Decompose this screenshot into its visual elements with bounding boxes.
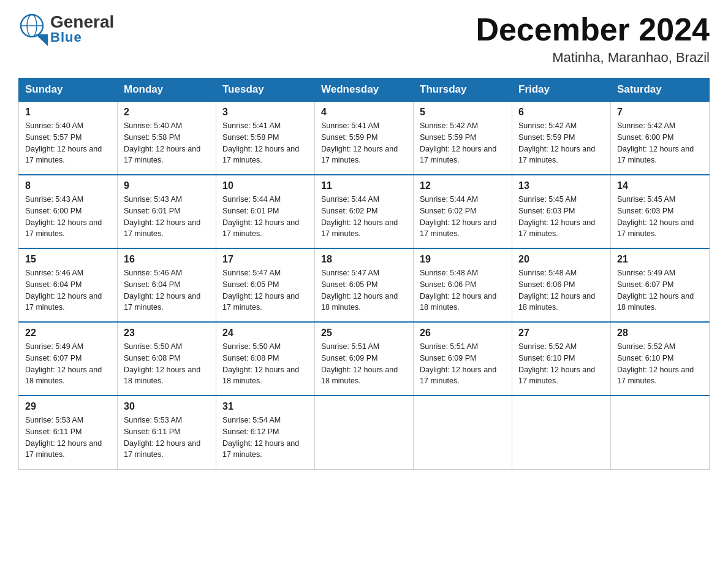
calendar-cell: 27 Sunrise: 5:52 AM Sunset: 6:10 PM Dayl… [512,322,611,396]
day-number: 30 [124,401,210,412]
day-number: 10 [222,180,308,191]
day-number: 6 [518,107,604,118]
calendar-week-5: 29 Sunrise: 5:53 AM Sunset: 6:11 PM Dayl… [19,396,710,469]
day-info: Sunrise: 5:49 AM Sunset: 6:07 PM Dayligh… [25,341,111,387]
day-number: 17 [222,254,308,265]
day-info: Sunrise: 5:48 AM Sunset: 6:06 PM Dayligh… [420,267,506,313]
day-info: Sunrise: 5:45 AM Sunset: 6:03 PM Dayligh… [518,194,604,240]
calendar-cell: 16 Sunrise: 5:46 AM Sunset: 6:04 PM Dayl… [118,248,216,322]
day-info: Sunrise: 5:44 AM Sunset: 6:02 PM Dayligh… [321,194,407,240]
calendar-week-3: 15 Sunrise: 5:46 AM Sunset: 6:04 PM Dayl… [19,248,710,322]
calendar-header: Sunday Monday Tuesday Wednesday Thursday… [19,79,710,102]
calendar-cell: 17 Sunrise: 5:47 AM Sunset: 6:05 PM Dayl… [216,248,315,322]
calendar-week-1: 1 Sunrise: 5:40 AM Sunset: 5:57 PM Dayli… [19,101,710,175]
col-friday: Friday [512,79,611,102]
day-info: Sunrise: 5:52 AM Sunset: 6:10 PM Dayligh… [518,341,604,387]
calendar-cell: 4 Sunrise: 5:41 AM Sunset: 5:59 PM Dayli… [315,101,414,175]
col-thursday: Thursday [414,79,512,102]
calendar-cell: 9 Sunrise: 5:43 AM Sunset: 6:01 PM Dayli… [118,175,216,248]
calendar-cell [611,396,710,469]
day-info: Sunrise: 5:42 AM Sunset: 5:59 PM Dayligh… [420,120,506,166]
calendar-cell: 29 Sunrise: 5:53 AM Sunset: 6:11 PM Dayl… [19,396,118,469]
calendar-cell: 26 Sunrise: 5:51 AM Sunset: 6:09 PM Dayl… [414,322,512,396]
day-info: Sunrise: 5:53 AM Sunset: 6:11 PM Dayligh… [124,415,210,461]
calendar-cell: 20 Sunrise: 5:48 AM Sunset: 6:06 PM Dayl… [512,248,611,322]
day-info: Sunrise: 5:51 AM Sunset: 6:09 PM Dayligh… [420,341,506,387]
month-title: December 2024 [476,12,710,47]
col-sunday: Sunday [19,79,118,102]
day-number: 9 [124,180,210,191]
calendar-cell: 2 Sunrise: 5:40 AM Sunset: 5:58 PM Dayli… [118,101,216,175]
day-number: 31 [222,401,308,412]
day-number: 25 [321,327,407,339]
calendar-cell: 10 Sunrise: 5:44 AM Sunset: 6:01 PM Dayl… [216,175,315,248]
day-number: 12 [420,180,506,191]
col-wednesday: Wednesday [315,79,414,102]
calendar-cell [512,396,611,469]
day-number: 26 [420,327,506,339]
calendar-cell: 14 Sunrise: 5:45 AM Sunset: 6:03 PM Dayl… [611,175,710,248]
day-number: 4 [321,107,407,118]
day-info: Sunrise: 5:43 AM Sunset: 6:00 PM Dayligh… [25,194,111,240]
day-number: 11 [321,180,407,191]
svg-marker-3 [36,34,48,46]
calendar-cell: 11 Sunrise: 5:44 AM Sunset: 6:02 PM Dayl… [315,175,414,248]
col-tuesday: Tuesday [216,79,315,102]
day-info: Sunrise: 5:48 AM Sunset: 6:06 PM Dayligh… [518,267,604,313]
title-block: December 2024 Matinha, Maranhao, Brazil [476,12,710,66]
calendar-cell: 22 Sunrise: 5:49 AM Sunset: 6:07 PM Dayl… [19,322,118,396]
day-number: 8 [25,180,111,191]
day-info: Sunrise: 5:40 AM Sunset: 5:57 PM Dayligh… [25,120,111,166]
header-row: Sunday Monday Tuesday Wednesday Thursday… [19,79,710,102]
calendar-cell: 30 Sunrise: 5:53 AM Sunset: 6:11 PM Dayl… [118,396,216,469]
logo-general: General [50,13,114,31]
day-info: Sunrise: 5:54 AM Sunset: 6:12 PM Dayligh… [222,415,308,461]
calendar-cell: 15 Sunrise: 5:46 AM Sunset: 6:04 PM Dayl… [19,248,118,322]
calendar-week-2: 8 Sunrise: 5:43 AM Sunset: 6:00 PM Dayli… [19,175,710,248]
calendar-cell: 24 Sunrise: 5:50 AM Sunset: 6:08 PM Dayl… [216,322,315,396]
day-number: 13 [518,180,604,191]
col-monday: Monday [118,79,216,102]
calendar-cell: 13 Sunrise: 5:45 AM Sunset: 6:03 PM Dayl… [512,175,611,248]
calendar-week-4: 22 Sunrise: 5:49 AM Sunset: 6:07 PM Dayl… [19,322,710,396]
day-info: Sunrise: 5:49 AM Sunset: 6:07 PM Dayligh… [617,267,703,313]
calendar-cell: 3 Sunrise: 5:41 AM Sunset: 5:58 PM Dayli… [216,101,315,175]
logo-text-block: General Blue [50,13,114,45]
day-number: 3 [222,107,308,118]
day-number: 1 [25,107,111,118]
day-info: Sunrise: 5:47 AM Sunset: 6:05 PM Dayligh… [321,267,407,313]
day-number: 15 [25,254,111,265]
day-number: 14 [617,180,703,191]
calendar-cell [414,396,512,469]
day-number: 28 [617,327,703,339]
day-info: Sunrise: 5:42 AM Sunset: 6:00 PM Dayligh… [617,120,703,166]
day-info: Sunrise: 5:41 AM Sunset: 5:58 PM Dayligh… [222,120,308,166]
calendar-cell: 12 Sunrise: 5:44 AM Sunset: 6:02 PM Dayl… [414,175,512,248]
logo-blue: Blue [50,29,82,45]
calendar-body: 1 Sunrise: 5:40 AM Sunset: 5:57 PM Dayli… [19,101,710,469]
day-number: 2 [124,107,210,118]
logo-icon [18,12,48,46]
calendar-cell: 18 Sunrise: 5:47 AM Sunset: 6:05 PM Dayl… [315,248,414,322]
day-number: 27 [518,327,604,339]
calendar-cell: 5 Sunrise: 5:42 AM Sunset: 5:59 PM Dayli… [414,101,512,175]
day-info: Sunrise: 5:41 AM Sunset: 5:59 PM Dayligh… [321,120,407,166]
day-number: 22 [25,327,111,339]
day-number: 5 [420,107,506,118]
day-info: Sunrise: 5:44 AM Sunset: 6:02 PM Dayligh… [420,194,506,240]
calendar-cell: 28 Sunrise: 5:52 AM Sunset: 6:10 PM Dayl… [611,322,710,396]
calendar-cell: 23 Sunrise: 5:50 AM Sunset: 6:08 PM Dayl… [118,322,216,396]
calendar-cell: 8 Sunrise: 5:43 AM Sunset: 6:00 PM Dayli… [19,175,118,248]
calendar-cell: 31 Sunrise: 5:54 AM Sunset: 6:12 PM Dayl… [216,396,315,469]
day-info: Sunrise: 5:40 AM Sunset: 5:58 PM Dayligh… [124,120,210,166]
day-info: Sunrise: 5:44 AM Sunset: 6:01 PM Dayligh… [222,194,308,240]
calendar-cell: 19 Sunrise: 5:48 AM Sunset: 6:06 PM Dayl… [414,248,512,322]
calendar-table: Sunday Monday Tuesday Wednesday Thursday… [18,78,710,470]
day-info: Sunrise: 5:42 AM Sunset: 5:59 PM Dayligh… [518,120,604,166]
day-info: Sunrise: 5:46 AM Sunset: 6:04 PM Dayligh… [124,267,210,313]
day-number: 7 [617,107,703,118]
day-info: Sunrise: 5:52 AM Sunset: 6:10 PM Dayligh… [617,341,703,387]
day-number: 29 [25,401,111,412]
page-header: General Blue December 2024 Matinha, Mara… [18,12,710,66]
calendar-cell [315,396,414,469]
